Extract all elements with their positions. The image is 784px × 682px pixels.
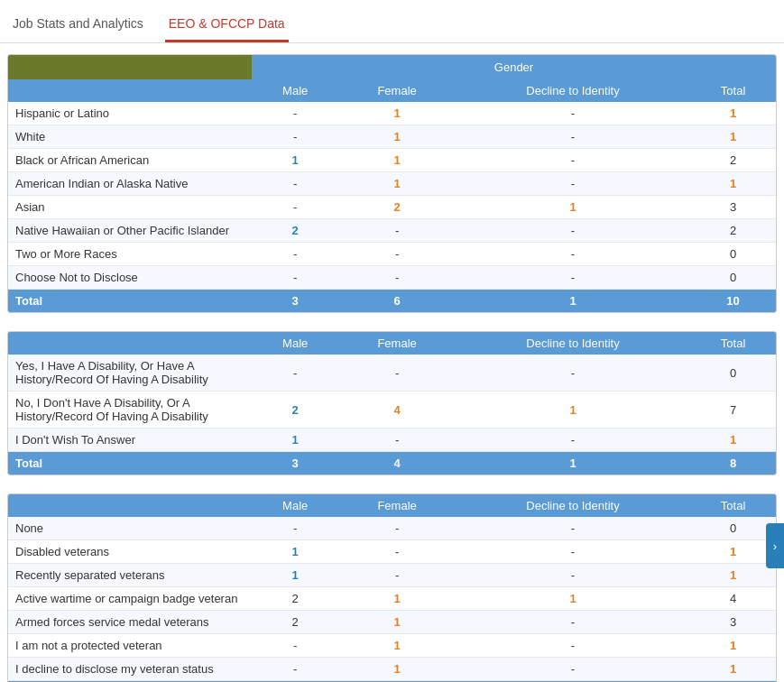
total-total: 8: [690, 452, 776, 475]
section-veteran: MaleFemaleDecline to IdentityTotalNone--…: [7, 493, 777, 682]
row-label: American Indian or Alaska Native: [8, 172, 252, 196]
section-disability: MaleFemaleDecline to IdentityTotalYes, I…: [7, 331, 777, 475]
cell-female: -: [338, 517, 455, 540]
cell-total: 0: [690, 517, 776, 540]
table-row: Hispanic or Latino-1-1: [8, 102, 776, 125]
cell-total: 1: [690, 102, 776, 125]
row-label: Armed forces service medal veterans: [8, 611, 252, 634]
col-header-female: Female: [338, 332, 455, 355]
cell-female: -: [338, 429, 455, 452]
total-decline: 1: [456, 452, 690, 475]
table-row: Asian-213: [8, 196, 776, 219]
col-header-row: MaleFemaleDecline to IdentityTotal: [8, 494, 776, 517]
cell-male: 2: [252, 587, 338, 611]
cell-total: 0: [690, 243, 776, 266]
cell-male: -: [252, 266, 338, 290]
cell-male: 1: [252, 564, 338, 587]
col-header-decline-to-identity: Decline to Identity: [456, 332, 690, 355]
table-row: Native Hawaiian or Other Pacific Islande…: [8, 219, 776, 243]
table-row: I Don't Wish To Answer1--1: [8, 429, 776, 452]
cell-male: 2: [252, 392, 338, 429]
cell-total: 1: [690, 125, 776, 149]
tabs-container: Job Stats and Analytics EEO & OFCCP Data: [0, 0, 784, 43]
cell-male: -: [252, 125, 338, 149]
cell-total: 1: [690, 564, 776, 587]
row-label: I Don't Wish To Answer: [8, 429, 252, 452]
cell-female: 1: [338, 149, 455, 172]
cell-male: 1: [252, 149, 338, 172]
col-header-total: Total: [690, 332, 776, 355]
table-row: Recently separated veterans1--1: [8, 564, 776, 587]
cell-total: 2: [690, 149, 776, 172]
cell-total: 2: [690, 219, 776, 243]
cell-decline: -: [456, 611, 690, 634]
cell-decline: -: [456, 219, 690, 243]
cell-female: -: [338, 564, 455, 587]
cell-decline: -: [456, 243, 690, 266]
table-row: Yes, I Have A Disability, Or Have A Hist…: [8, 355, 776, 392]
table-row: None---0: [8, 517, 776, 540]
row-label: Black or African American: [8, 149, 252, 172]
cell-female: -: [338, 355, 455, 392]
total-female: 4: [338, 452, 455, 475]
row-label: Hispanic or Latino: [8, 102, 252, 125]
side-button[interactable]: ›: [766, 523, 784, 568]
row-label: Disabled veterans: [8, 540, 252, 564]
cell-male: 2: [252, 219, 338, 243]
table-row: Armed forces service medal veterans21-3: [8, 611, 776, 634]
cell-decline: -: [456, 634, 690, 658]
tab-eeo[interactable]: EEO & OFCCP Data: [165, 9, 289, 42]
cell-decline: -: [456, 658, 690, 681]
table-row: Black or African American11-2: [8, 149, 776, 172]
cell-decline: -: [456, 517, 690, 540]
empty-col-header: [8, 332, 252, 355]
row-label: Two or More Races: [8, 243, 252, 266]
row-label: No, I Don't Have A Disability, Or A Hist…: [8, 392, 252, 429]
gender-header-cell: Gender: [252, 55, 776, 79]
cell-total: 7: [690, 392, 776, 429]
total-label: Total: [8, 452, 252, 475]
row-label: I decline to disclose my veteran status: [8, 658, 252, 681]
row-label: Recently separated veterans: [8, 564, 252, 587]
cell-total: 0: [690, 266, 776, 290]
cell-female: 1: [338, 125, 455, 149]
cell-female: -: [338, 243, 455, 266]
cell-female: 2: [338, 196, 455, 219]
main-content: GenderMaleFemaleDecline to IdentityTotal…: [0, 43, 784, 682]
empty-col-header: [8, 79, 252, 102]
cell-male: -: [252, 243, 338, 266]
col-header-decline-to-identity: Decline to Identity: [456, 79, 690, 102]
table-row: Active wartime or campaign badge veteran…: [8, 587, 776, 611]
cell-decline: -: [456, 125, 690, 149]
cell-female: 1: [338, 172, 455, 196]
cell-total: 1: [690, 634, 776, 658]
cell-female: 1: [338, 587, 455, 611]
cell-male: -: [252, 196, 338, 219]
row-label: Choose Not to Disclose: [8, 266, 252, 290]
cell-total: 4: [690, 587, 776, 611]
cell-total: 0: [690, 355, 776, 392]
cell-female: -: [338, 219, 455, 243]
cell-male: -: [252, 172, 338, 196]
tab-job-stats[interactable]: Job Stats and Analytics: [9, 9, 147, 42]
cell-female: 1: [338, 658, 455, 681]
col-header-female: Female: [338, 494, 455, 517]
cell-total: 3: [690, 196, 776, 219]
section-race-ethnicity: GenderMaleFemaleDecline to IdentityTotal…: [7, 54, 777, 313]
cell-total: 1: [690, 540, 776, 564]
col-header-male: Male: [252, 79, 338, 102]
row-label: None: [8, 517, 252, 540]
table-row: I decline to disclose my veteran status-…: [8, 658, 776, 681]
cell-male: 2: [252, 611, 338, 634]
total-label: Total: [8, 290, 252, 313]
cell-male: 1: [252, 429, 338, 452]
cell-female: -: [338, 540, 455, 564]
total-female: 6: [338, 290, 455, 313]
total-total: 10: [690, 290, 776, 313]
cell-total: 1: [690, 429, 776, 452]
row-label: Asian: [8, 196, 252, 219]
cell-total: 1: [690, 172, 776, 196]
total-male: 3: [252, 452, 338, 475]
col-header-row: MaleFemaleDecline to IdentityTotal: [8, 79, 776, 102]
table-row: I am not a protected veteran-1-1: [8, 634, 776, 658]
